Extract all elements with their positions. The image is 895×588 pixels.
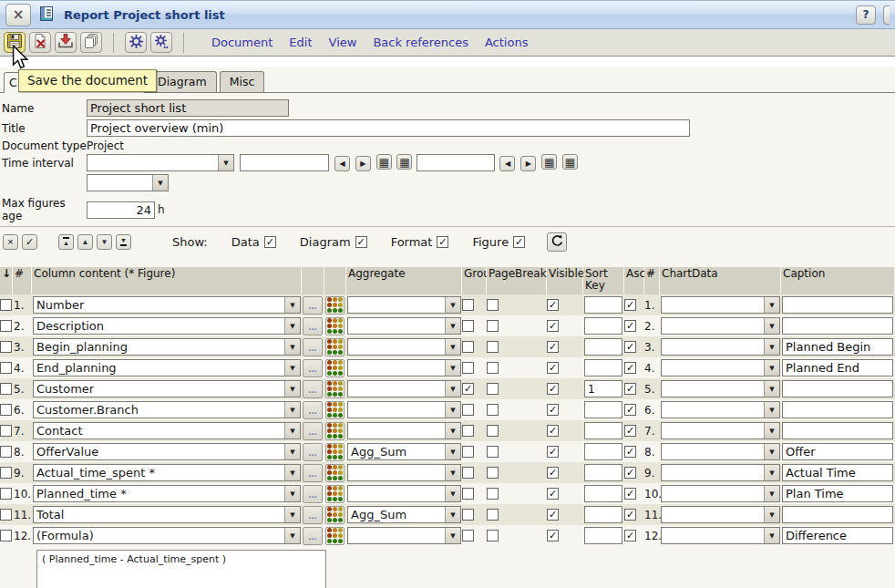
calendar-button[interactable]: ▦ — [396, 154, 412, 170]
visible-checkbox[interactable]: ✓ — [547, 509, 559, 521]
pagebreak-checkbox[interactable] — [487, 320, 499, 332]
figure-grid-icon-button[interactable] — [325, 380, 345, 398]
show-figure-checkbox[interactable]: ✓ — [513, 236, 525, 248]
caption-field[interactable] — [782, 443, 893, 460]
caption-field[interactable] — [782, 401, 893, 418]
time-to-field[interactable] — [417, 154, 495, 171]
row-select-checkbox[interactable] — [0, 362, 12, 374]
title-field[interactable] — [87, 119, 690, 137]
menu-view[interactable]: View — [329, 36, 357, 49]
pagebreak-checkbox[interactable] — [487, 530, 499, 542]
menu-back-references[interactable]: Back references — [373, 36, 468, 49]
chartdata-select[interactable]: ▼ — [661, 527, 780, 544]
calendar-button[interactable]: ▦ — [541, 154, 557, 170]
visible-checkbox[interactable]: ✓ — [547, 467, 559, 479]
row-select-checkbox[interactable] — [0, 530, 12, 542]
aggregate-select[interactable]: ▼ — [347, 296, 461, 314]
column-content-select[interactable]: Begin_planning▼ — [33, 338, 301, 356]
copy-button[interactable] — [80, 32, 102, 53]
column-content-select[interactable]: Number▼ — [33, 296, 301, 314]
date-next-button[interactable]: ▶ — [355, 156, 371, 171]
formula-textarea[interactable]: ( Planned_time - Actual_time_spent ) — [36, 550, 326, 588]
name-field[interactable] — [87, 99, 289, 117]
group-checkbox[interactable]: ✓ — [462, 383, 474, 395]
column-content-select[interactable]: End_planning▼ — [33, 359, 301, 377]
sort-key-field[interactable] — [584, 464, 622, 481]
deselect-all-button[interactable]: × — [3, 234, 18, 250]
ellipsis-button[interactable]: ... — [303, 359, 323, 377]
figure-grid-icon-button[interactable] — [325, 401, 345, 419]
column-content-select[interactable]: Contact▼ — [33, 422, 301, 439]
caption-field[interactable] — [782, 464, 893, 481]
pagebreak-checkbox[interactable] — [487, 362, 499, 374]
row-select-checkbox[interactable] — [0, 299, 12, 311]
sort-key-field[interactable] — [584, 527, 622, 544]
caption-field[interactable] — [782, 380, 893, 397]
pagebreak-checkbox[interactable] — [487, 383, 499, 395]
ellipsis-button[interactable]: ... — [303, 485, 323, 503]
asc-checkbox[interactable]: ✓ — [624, 530, 636, 542]
group-checkbox[interactable] — [462, 404, 474, 416]
row-select-checkbox[interactable] — [0, 467, 12, 479]
figure-grid-icon-button[interactable] — [325, 485, 345, 503]
chartdata-select[interactable]: ▼ — [661, 422, 780, 439]
aggregate-select[interactable]: ▼ — [347, 338, 461, 356]
figure-grid-icon-button[interactable] — [325, 359, 345, 377]
visible-checkbox[interactable]: ✓ — [547, 383, 559, 395]
asc-checkbox[interactable]: ✓ — [624, 299, 636, 311]
group-checkbox[interactable] — [462, 362, 474, 374]
column-content-select[interactable]: Customer▼ — [33, 380, 301, 397]
row-select-checkbox[interactable] — [0, 509, 12, 521]
column-content-select[interactable]: Total▼ — [33, 506, 301, 523]
aggregate-select[interactable]: ▼ — [347, 422, 461, 439]
menu-actions[interactable]: Actions — [485, 36, 529, 49]
show-format-checkbox[interactable]: ✓ — [437, 236, 448, 248]
pagebreak-checkbox[interactable] — [487, 488, 499, 500]
move-bottom-button[interactable]: ▼ — [116, 234, 131, 250]
help-button[interactable]: ? — [856, 5, 876, 25]
row-select-checkbox[interactable] — [0, 383, 12, 395]
figure-grid-icon-button[interactable] — [325, 464, 345, 482]
group-checkbox[interactable] — [462, 320, 474, 332]
caption-field[interactable] — [782, 506, 893, 523]
row-select-checkbox[interactable] — [0, 488, 12, 500]
group-checkbox[interactable] — [462, 341, 474, 353]
aggregate-select[interactable]: ▼ — [347, 359, 461, 377]
ellipsis-button[interactable]: ... — [303, 443, 323, 461]
asc-checkbox[interactable]: ✓ — [624, 509, 636, 521]
group-checkbox[interactable] — [462, 446, 474, 458]
asc-checkbox[interactable]: ✓ — [624, 341, 636, 353]
chartdata-select[interactable]: ▼ — [661, 464, 780, 481]
ellipsis-button[interactable]: ... — [303, 527, 323, 545]
asc-checkbox[interactable]: ✓ — [624, 446, 636, 458]
sort-key-field[interactable] — [584, 380, 622, 397]
chartdata-select[interactable]: ▼ — [661, 401, 780, 418]
column-content-select[interactable]: Description▼ — [33, 317, 301, 335]
column-content-select[interactable]: Customer.Branch▼ — [33, 401, 301, 418]
menu-document[interactable]: Document — [211, 36, 273, 49]
visible-checkbox[interactable]: ✓ — [547, 488, 559, 500]
row-select-checkbox[interactable] — [0, 446, 12, 458]
ellipsis-button[interactable]: ... — [303, 422, 323, 440]
visible-checkbox[interactable]: ✓ — [547, 362, 559, 374]
chartdata-select[interactable]: ▼ — [661, 296, 780, 314]
aggregate-select[interactable]: Agg_Sum▼ — [347, 506, 461, 523]
column-content-select[interactable]: Actual_time_spent *▼ — [33, 464, 301, 481]
asc-checkbox[interactable]: ✓ — [624, 320, 636, 332]
caption-field[interactable] — [782, 317, 893, 335]
window-edge-button[interactable] — [883, 5, 890, 25]
ellipsis-button[interactable]: ... — [303, 296, 323, 315]
visible-checkbox[interactable]: ✓ — [547, 446, 559, 458]
pagebreak-checkbox[interactable] — [487, 341, 499, 353]
pagebreak-checkbox[interactable] — [487, 404, 499, 416]
aggregate-select[interactable]: ▼ — [347, 380, 461, 397]
figure-grid-icon-button[interactable] — [325, 296, 345, 315]
caption-field[interactable] — [782, 422, 893, 439]
visible-checkbox[interactable]: ✓ — [547, 404, 559, 416]
aggregate-select[interactable]: ▼ — [347, 527, 461, 544]
calendar-button[interactable]: ▦ — [562, 154, 578, 170]
column-content-select[interactable]: Planned_time *▼ — [33, 485, 301, 502]
tab-diagram[interactable]: Diagram — [148, 71, 217, 92]
visible-checkbox[interactable]: ✓ — [547, 425, 559, 437]
show-diagram-checkbox[interactable]: ✓ — [355, 236, 367, 248]
